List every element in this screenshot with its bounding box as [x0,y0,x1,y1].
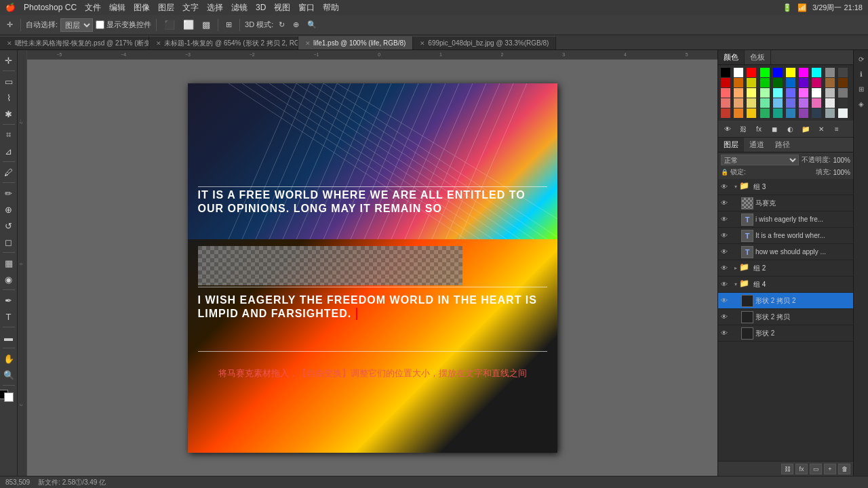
layer-item[interactable]: 👁Thow we should apply ... [718,244,853,260]
move-tool-btn[interactable]: ✛ [4,19,16,30]
tab-3[interactable]: ✕ 699pic_048dpi_bz.jpg @ 33.3%(RGB/8) [413,36,556,49]
apple-menu[interactable]: 🍎 [5,3,16,12]
align-right-btn[interactable]: ▩ [199,18,213,31]
shape-tool[interactable]: ▬ [1,330,16,345]
color-swatch[interactable] [721,78,730,87]
layer-style-icon[interactable]: fx [752,122,766,136]
color-swatch[interactable] [825,88,835,98]
layer-fx-btn[interactable]: fx [795,464,808,474]
layer-eye-btn[interactable]: 👁 [721,232,730,239]
gradient-tool[interactable]: ▦ [1,256,16,270]
3d-zoom-btn[interactable]: 🔍 [304,19,319,30]
color-swatch[interactable] [734,78,743,87]
layer-delete-icon[interactable]: ✕ [814,122,828,136]
align-center-btn[interactable]: ⬜ [180,18,197,31]
tab-1[interactable]: ✕ 未标题-1-恢复的 @ 654% (形状 2 拷贝 2, RGB/8) [149,36,298,49]
eraser-tool[interactable]: ◻ [1,235,16,249]
tab-1-close[interactable]: ✕ [156,40,161,47]
color-swatch[interactable] [786,108,795,118]
color-swatch[interactable] [786,78,795,87]
crop-tool[interactable]: ⌗ [1,127,16,142]
layer-new-btn[interactable]: + [824,464,836,474]
show-transform-checkbox[interactable] [96,20,104,29]
menu-help[interactable]: 帮助 [323,2,339,14]
layer-item[interactable]: 👁形状 2 拷贝 [718,309,853,325]
menu-text[interactable]: 文字 [182,2,199,14]
color-swatch[interactable] [734,108,743,118]
color-swatch[interactable] [825,78,835,87]
layer-mask-btn[interactable]: ▭ [810,464,822,474]
tab-0[interactable]: ✕ 嗯性未来风格海报-恢复的.psd @ 217% (断变映射 3, RGB/8… [0,36,149,49]
clone-tool[interactable]: ⊕ [1,202,16,217]
canvas-area[interactable]: IT IS A FREE WORLD WHERE WE ARE ALL ENTI… [27,60,717,476]
background-color[interactable] [4,392,14,402]
3d-panel-btn[interactable]: ◈ [855,98,867,110]
color-swatch[interactable] [747,68,756,77]
color-swatch[interactable] [825,108,835,118]
layer-item[interactable]: 👁Ti wish eagerly the fre... [718,211,853,228]
color-swatch[interactable] [760,88,770,98]
layer-del-btn[interactable]: 🗑 [838,464,850,474]
color-swatch[interactable] [760,68,770,77]
channels-tab[interactable]: 通道 [744,138,770,152]
menu-photoshop[interactable]: Photoshop CC [24,3,77,12]
layer-eye-btn[interactable]: 👁 [721,248,730,256]
color-swatch[interactable] [799,78,808,87]
blend-mode-select[interactable]: 正常 溶解 正片叠底 [721,155,799,165]
color-swatch[interactable] [825,98,835,108]
marquee-tool[interactable]: ▭ [1,74,16,89]
layers-tab[interactable]: 图层 [718,138,744,152]
color-swatch[interactable] [786,98,795,108]
layer-group-icon[interactable]: 📁 [799,122,812,136]
color-swatch[interactable] [747,108,756,118]
color-swatch[interactable] [760,108,770,118]
layer-eye-btn[interactable]: 👁 [721,199,730,207]
layer-fold-arrow[interactable]: ▾ [734,184,737,190]
color-swatch[interactable] [734,68,743,77]
align-left-btn[interactable]: ⬛ [161,18,178,31]
color-swatch[interactable] [812,78,821,87]
color-swatch[interactable] [721,68,730,77]
color-swatch[interactable] [747,98,756,108]
tab-2-close[interactable]: ✕ [305,40,311,47]
zoom-tool[interactable]: 🔍 [1,367,16,382]
brush-tool[interactable]: ✏ [1,186,16,201]
color-swatch[interactable] [773,88,783,98]
color-swatch[interactable] [721,108,730,118]
color-swatch[interactable] [760,78,770,87]
color-swatch[interactable] [747,78,756,87]
menu-image[interactable]: 图像 [134,2,150,14]
swatches-tab[interactable]: 色板 [745,50,771,64]
layer-item[interactable]: 👁TIt is a free world wher... [718,228,853,244]
color-swatch[interactable] [747,88,756,98]
layer-mask-icon[interactable]: ◼ [768,122,781,136]
layer-fold-arrow[interactable]: ▸ [734,265,737,271]
layer-eye-btn[interactable]: 👁 [721,297,730,304]
layer-eye-btn[interactable]: 👁 [721,216,730,223]
layer-adjust-icon[interactable]: ◐ [783,122,797,136]
color-swatch[interactable] [799,108,808,118]
layer-eye-btn[interactable]: 👁 [721,183,730,190]
color-swatch[interactable] [773,78,783,87]
layer-item[interactable]: 👁形状 2 [718,325,853,342]
panel-menu-icon[interactable]: ≡ [830,122,844,136]
slice-tool[interactable]: ⊿ [1,144,16,159]
layer-fold-arrow[interactable]: ▾ [734,281,737,287]
paths-tab[interactable]: 路径 [770,138,795,152]
color-swatch[interactable] [838,98,848,108]
info-panel-btn[interactable]: ℹ [855,68,867,80]
color-swatch[interactable] [799,68,808,77]
layer-eye-btn[interactable]: 👁 [721,329,730,337]
layer-item[interactable]: 👁▾📁组 4 [718,277,853,293]
color-swatch[interactable] [734,88,743,98]
color-swatch[interactable] [825,68,835,77]
menu-file[interactable]: 文件 [85,2,101,14]
tab-0-close[interactable]: ✕ [7,40,12,47]
distribute-btn[interactable]: ⊞ [223,19,235,30]
menu-window[interactable]: 窗口 [298,2,315,14]
color-swatch[interactable] [799,88,808,98]
color-swatch[interactable] [734,98,743,108]
color-swatch[interactable] [773,108,783,118]
hand-tool[interactable]: ✋ [1,351,16,366]
menu-view[interactable]: 视图 [274,2,290,14]
